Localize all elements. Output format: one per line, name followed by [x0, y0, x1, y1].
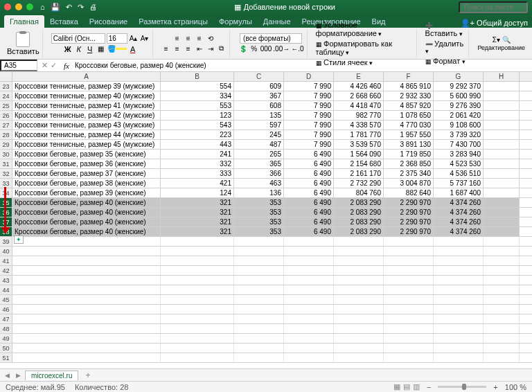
decrease-decimal-icon[interactable]: ←.0 — [291, 44, 303, 54]
cell[interactable] — [284, 344, 334, 353]
sheet-tab[interactable]: microexcel.ru — [25, 371, 78, 380]
cell[interactable] — [234, 276, 284, 285]
table-row[interactable]: 49 — [0, 334, 532, 344]
cell[interactable] — [434, 353, 484, 362]
cell[interactable] — [484, 314, 520, 323]
increase-decimal-icon[interactable]: .00→ — [273, 44, 290, 54]
confirm-icon[interactable]: ✓ — [51, 61, 57, 70]
align-top-icon[interactable]: ≡ — [172, 33, 182, 43]
cell[interactable]: 6 490 — [284, 217, 334, 226]
cell[interactable] — [234, 247, 284, 256]
cell[interactable] — [234, 256, 284, 265]
cell[interactable] — [234, 266, 284, 275]
cell[interactable]: 7 990 — [284, 140, 334, 149]
cell[interactable]: Кроссовки беговые, размер 40 (женские) — [12, 227, 161, 236]
table-row[interactable]: 24Кроссовки теннисные, размер 40 (мужски… — [0, 91, 532, 101]
cell[interactable] — [161, 353, 234, 362]
cell[interactable]: 2 368 850 — [384, 159, 434, 168]
cell[interactable]: Кроссовки теннисные, размер 42 (мужские) — [12, 111, 161, 120]
cell[interactable] — [234, 344, 284, 353]
cell[interactable]: 554 — [161, 82, 234, 91]
cell[interactable]: 6 490 — [284, 188, 334, 197]
row-header[interactable]: 42 — [0, 266, 12, 275]
cell[interactable]: 7 990 — [284, 130, 334, 139]
cell[interactable]: Кроссовки беговые, размер 37 (женские) — [12, 169, 161, 178]
row-header[interactable]: 24 — [0, 91, 12, 100]
cell[interactable]: Кроссовки беговые, размер 40 (женские) — [12, 217, 161, 226]
number-format-select[interactable] — [240, 33, 302, 44]
cell[interactable] — [161, 324, 234, 333]
cell[interactable] — [484, 217, 520, 226]
cell[interactable]: Кроссовки беговые, размер 40 (женские) — [12, 198, 161, 207]
ribbon-tab[interactable]: Главная — [4, 15, 44, 28]
cell[interactable]: Кроссовки беговые, размер 35 (женские) — [12, 150, 161, 159]
row-header[interactable]: 46 — [0, 305, 12, 314]
row-header[interactable]: 38 — [0, 227, 12, 236]
cell[interactable]: 353 — [234, 208, 284, 217]
cell[interactable] — [12, 266, 161, 275]
cell[interactable]: 487 — [234, 140, 284, 149]
cell[interactable]: 241 — [161, 150, 234, 159]
cell[interactable]: 223 — [161, 130, 234, 139]
row-header[interactable]: 26 — [0, 111, 12, 120]
cell[interactable] — [384, 276, 434, 285]
table-row[interactable]: 25Кроссовки теннисные, размер 41 (мужски… — [0, 101, 532, 111]
cell[interactable] — [334, 334, 384, 343]
table-row[interactable]: 39 — [0, 237, 532, 247]
cell[interactable]: 321 — [161, 227, 234, 236]
cell[interactable] — [12, 344, 161, 353]
cell[interactable]: 123 — [161, 111, 234, 120]
cell[interactable]: 3 004 870 — [384, 179, 434, 188]
minimize-button[interactable] — [15, 3, 22, 10]
cell[interactable]: 4 338 570 — [334, 121, 384, 130]
cell[interactable] — [12, 314, 161, 323]
table-row[interactable]: 42 — [0, 266, 532, 276]
cell[interactable]: 1 719 850 — [384, 150, 434, 159]
cell[interactable]: 7 430 700 — [434, 140, 484, 149]
cell[interactable] — [384, 305, 434, 314]
ribbon-tab[interactable]: Формулы — [213, 15, 258, 28]
cell[interactable]: 365 — [234, 159, 284, 168]
cell[interactable] — [12, 334, 161, 343]
cell[interactable]: 6 490 — [284, 169, 334, 178]
cell[interactable] — [384, 285, 434, 294]
table-row[interactable]: 26Кроссовки теннисные, размер 42 (мужски… — [0, 111, 532, 121]
cell[interactable] — [284, 285, 334, 294]
indent-increase-icon[interactable]: ⇥ — [206, 44, 215, 53]
cell[interactable]: 3 283 940 — [434, 150, 484, 159]
normal-view-icon[interactable]: ▦ — [393, 382, 400, 391]
cell[interactable]: 6 490 — [284, 227, 334, 236]
cell[interactable]: 367 — [234, 91, 284, 100]
fx-icon[interactable]: fx — [61, 62, 72, 70]
table-row[interactable]: 41 — [0, 256, 532, 266]
cell[interactable]: 5 600 990 — [434, 91, 484, 100]
cell[interactable] — [434, 334, 484, 343]
row-header[interactable]: 31 — [0, 159, 12, 168]
cell[interactable] — [484, 353, 520, 362]
page-layout-view-icon[interactable]: ▤ — [403, 382, 410, 391]
editing-menu[interactable]: Σ▾ 🔍 — [493, 36, 511, 44]
cell[interactable]: 7 990 — [284, 91, 334, 100]
cell[interactable] — [284, 314, 334, 323]
row-header[interactable]: 34 — [0, 188, 12, 197]
cell[interactable] — [384, 237, 434, 246]
name-box[interactable] — [0, 60, 37, 71]
select-all-corner[interactable] — [0, 72, 12, 81]
insert-cells-button[interactable]: ➕ Вставить ▾ — [425, 21, 466, 38]
cell[interactable]: 7 990 — [284, 101, 334, 110]
cell[interactable] — [284, 295, 334, 304]
cell[interactable] — [484, 150, 520, 159]
cell[interactable] — [484, 130, 520, 139]
cell[interactable] — [334, 295, 384, 304]
currency-icon[interactable]: 💲 — [238, 44, 248, 54]
cell[interactable] — [434, 266, 484, 275]
cell[interactable] — [161, 305, 234, 314]
cell[interactable] — [12, 353, 161, 362]
cell[interactable] — [334, 314, 384, 323]
cell[interactable]: 7 990 — [284, 82, 334, 91]
underline-button[interactable]: Ч — [85, 44, 95, 54]
conditional-formatting-button[interactable]: ▦ Условное форматирование ▾ — [316, 20, 414, 38]
table-row[interactable]: 40 — [0, 247, 532, 256]
align-center-icon[interactable]: ≡ — [172, 44, 182, 53]
cell[interactable] — [484, 247, 520, 256]
